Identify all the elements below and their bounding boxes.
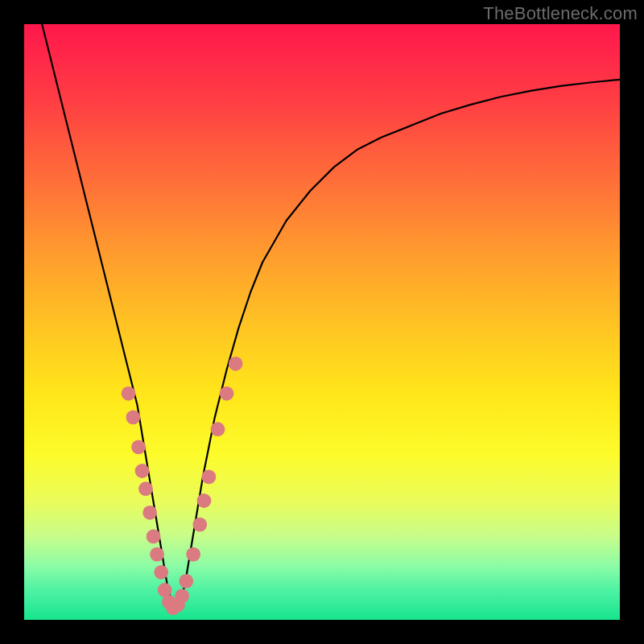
data-point	[197, 493, 212, 508]
plot-area	[24, 24, 620, 620]
data-point	[122, 386, 136, 401]
data-point	[220, 386, 234, 401]
data-point	[126, 411, 141, 425]
data-point	[186, 547, 200, 562]
watermark-text: TheBottleneck.com	[483, 3, 638, 24]
data-point	[138, 481, 153, 496]
data-point	[192, 518, 207, 532]
scatter-points	[24, 24, 620, 620]
data-point	[179, 574, 193, 588]
data-point	[142, 506, 157, 520]
chart-frame: TheBottleneck.com	[0, 0, 644, 644]
data-point	[154, 565, 168, 580]
data-point	[229, 357, 243, 371]
data-point	[175, 589, 189, 604]
data-point	[150, 547, 164, 562]
data-point	[211, 422, 225, 436]
data-point	[147, 530, 161, 544]
data-point	[131, 440, 146, 455]
data-point	[202, 470, 217, 485]
data-point	[135, 464, 150, 478]
